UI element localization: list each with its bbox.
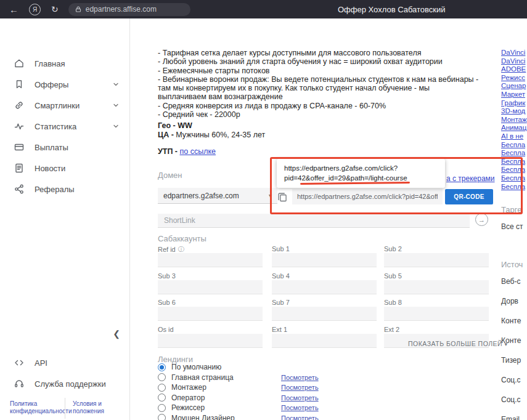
landing-view-link[interactable]: Посмотреть (281, 404, 319, 411)
landing-view-link[interactable]: Посмотреть (281, 394, 319, 402)
home-icon (14, 58, 25, 69)
field-input-ref-id[interactable] (158, 253, 263, 267)
landing-view-link[interactable]: Посмотреть (281, 384, 319, 391)
sidebar-collapse-icon[interactable]: ❮ (113, 329, 120, 339)
domain-select[interactable]: edpartners.g2afse.com ▾ (158, 188, 277, 204)
right-panel-link[interactable]: График (501, 99, 527, 108)
source-item[interactable]: Конте (501, 317, 521, 325)
source-item[interactable]: Соц.с (501, 376, 521, 384)
shortlink-generate-icon[interactable]: → (475, 213, 488, 226)
right-panel-link[interactable]: Сценар (501, 82, 527, 91)
field-input-os-id[interactable] (158, 334, 263, 348)
sidebar-bottom-item-1[interactable]: Служба поддержки (0, 373, 129, 394)
source-item[interactable]: Веб-с (501, 277, 521, 286)
radio-button[interactable] (158, 404, 166, 412)
chevron-down-icon (112, 123, 120, 132)
field-label-ext-1: Ext 1 (272, 326, 287, 333)
document-icon (14, 163, 25, 174)
sidebar-bottom-item-0[interactable]: API (0, 352, 129, 373)
terms-link[interactable]: Условия и положения (65, 398, 129, 419)
sidebar-item-5[interactable]: Новости (0, 158, 129, 179)
utp-line: УТП - по ссылке (158, 147, 216, 156)
utp-link[interactable]: по ссылке (180, 147, 216, 156)
sidebar-item-6[interactable]: Рефералы (0, 179, 129, 200)
radio-button[interactable] (158, 384, 166, 392)
right-panel-link[interactable]: AI в не (501, 132, 527, 141)
right-panel-link[interactable]: Беспла (501, 141, 527, 150)
right-panel-link[interactable]: Беспла (501, 166, 527, 174)
sidebar-nav: ГлавнаяОфферыСмартлинкиСтатистикаВыплаты… (0, 53, 129, 200)
sidebar-item-label: Рефералы (35, 185, 75, 194)
radio-button[interactable] (158, 363, 166, 371)
right-panel-links: DaVinciDaVinciADOBEРежиссСценарМаркетГра… (501, 49, 527, 191)
right-panel-link[interactable]: 3D-мод (501, 107, 527, 116)
chevron-down-icon (112, 81, 120, 90)
field-input-sub-3[interactable] (158, 280, 263, 294)
targeting-item[interactable]: Все ст (501, 222, 523, 231)
landing-label: Моушен Дизайнер (171, 414, 235, 420)
landing-view-link[interactable]: Посмотреть (281, 414, 319, 420)
radio-button[interactable] (158, 394, 166, 402)
right-panel-link[interactable]: Беспла (501, 183, 527, 192)
source-item[interactable]: Тизер (501, 356, 521, 365)
description-line: - Вебинарные воронки продаж: Вы ведете п… (158, 75, 518, 84)
landing-label: Режиссер (171, 403, 205, 412)
browser-logo-icon[interactable]: Я (29, 4, 41, 15)
field-label-ext-2: Ext 2 (384, 326, 399, 333)
sidebar-item-1[interactable]: Офферы (0, 74, 129, 95)
radio-button[interactable] (158, 414, 166, 420)
sidebar-item-4[interactable]: Выплаты (0, 137, 129, 158)
tracking-link-input[interactable] (292, 189, 443, 204)
sidebar-item-label: Служба поддержки (35, 379, 106, 389)
right-panel-link[interactable]: Беспла (501, 149, 527, 158)
field-label-ref-id: Ref idⓘ (158, 245, 184, 254)
show-more-fields-button[interactable]: ПОКАЗАТЬ БОЛЬШЕ ПОЛЕЙ ▾ (408, 340, 508, 347)
source-item[interactable]: Email (501, 415, 521, 420)
tracker-link[interactable]: а с трекерами (446, 174, 495, 183)
sidebar-item-0[interactable]: Главная (0, 53, 129, 74)
field-input-sub-1[interactable] (272, 253, 377, 267)
radio-button[interactable] (158, 373, 166, 381)
audience-line: ЦА - Мужчины 60%, 24-35 лет (158, 131, 265, 139)
tooltip-line2: pid=42&offer_id=29&path=/light-course (284, 173, 438, 183)
source-item[interactable]: Конте (501, 336, 521, 345)
right-panel-link[interactable]: Беспла (501, 174, 527, 183)
field-input-sub-8[interactable] (384, 307, 489, 321)
right-panel-link[interactable]: ADOBE (501, 65, 527, 74)
landing-row-1: Главная страницаПосмотреть (158, 373, 404, 383)
right-panel-link[interactable]: Анимац (501, 124, 527, 132)
field-input-sub-4[interactable] (272, 280, 377, 294)
description-line: выплачиваем вам вознаграждение (158, 92, 518, 101)
offer-description: - Тарифная сетка делает курсы доступными… (158, 49, 518, 119)
address-bar[interactable]: edpartners.affise.com (68, 3, 190, 16)
landing-view-link[interactable]: Посмотреть (281, 374, 319, 381)
sidebar-item-2[interactable]: Смартлинки (0, 95, 129, 116)
field-input-sub-6[interactable] (158, 307, 263, 321)
back-icon[interactable]: ← (9, 5, 18, 14)
field-input-sub-2[interactable] (384, 253, 489, 267)
right-panel-link[interactable]: Беспла (501, 158, 527, 166)
field-label-sub-3: Sub 3 (158, 272, 176, 280)
field-input-ext-1[interactable] (272, 334, 377, 348)
right-panel-link[interactable]: Маркет (501, 91, 527, 99)
right-panel-link[interactable]: DaVinci (501, 57, 527, 66)
right-panel-link[interactable]: Режисс (501, 74, 527, 83)
sidebar-item-label: Выплаты (35, 143, 68, 152)
privacy-policy-link[interactable]: Политика конфиденциальности (0, 398, 65, 419)
sidebar-item-3[interactable]: Статистика (0, 116, 129, 137)
field-label-sub-4: Sub 4 (272, 272, 290, 280)
refresh-icon[interactable]: ↻ (51, 5, 59, 14)
copy-icon[interactable] (277, 192, 288, 203)
source-item[interactable]: Соц.с (501, 395, 521, 404)
field-input-sub-5[interactable] (384, 280, 489, 294)
right-panel-link[interactable]: Монтаж (501, 116, 527, 124)
field-label-sub-2: Sub 2 (384, 245, 402, 252)
domain-section-label: Домен (158, 171, 182, 180)
field-input-sub-7[interactable] (272, 307, 377, 321)
right-panel-link[interactable]: DaVinci (501, 49, 527, 57)
sidebar-bottom-nav: APIСлужба поддержки (0, 352, 129, 394)
source-item[interactable]: Дорв (501, 297, 521, 305)
shortlink-input[interactable] (158, 214, 470, 228)
sidebar-item-label: Новости (35, 164, 65, 173)
qr-code-button[interactable]: QR-CODE (445, 189, 493, 204)
